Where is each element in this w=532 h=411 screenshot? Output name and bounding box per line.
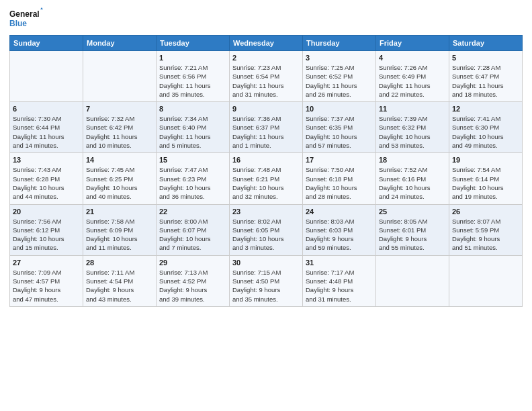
day-number: 27 bbox=[13, 259, 80, 267]
day-header-sunday: Sunday bbox=[10, 36, 83, 51]
day-number: 23 bbox=[232, 208, 300, 216]
calendar-cell: 25Sunrise: 8:05 AM Sunset: 6:01 PM Dayli… bbox=[376, 204, 449, 255]
calendar-cell bbox=[449, 255, 523, 306]
calendar-cell: 9Sunrise: 7:36 AM Sunset: 6:37 PM Daylig… bbox=[230, 102, 303, 153]
day-header-monday: Monday bbox=[83, 36, 157, 51]
calendar-cell: 23Sunrise: 8:02 AM Sunset: 6:05 PM Dayli… bbox=[230, 204, 303, 255]
day-info: Sunrise: 7:34 AM Sunset: 6:40 PM Dayligh… bbox=[159, 114, 226, 150]
calendar-cell: 11Sunrise: 7:39 AM Sunset: 6:32 PM Dayli… bbox=[376, 102, 449, 153]
day-info: Sunrise: 7:30 AM Sunset: 6:44 PM Dayligh… bbox=[13, 114, 80, 150]
day-number: 13 bbox=[13, 156, 80, 164]
header-row: SundayMondayTuesdayWednesdayThursdayFrid… bbox=[10, 36, 523, 51]
calendar-cell: 17Sunrise: 7:50 AM Sunset: 6:18 PM Dayli… bbox=[303, 153, 376, 204]
day-number: 3 bbox=[306, 54, 373, 62]
calendar-cell: 22Sunrise: 8:00 AM Sunset: 6:07 PM Dayli… bbox=[157, 204, 230, 255]
day-number: 7 bbox=[86, 105, 153, 113]
logo: General Blue bbox=[9, 7, 43, 31]
day-info: Sunrise: 7:45 AM Sunset: 6:25 PM Dayligh… bbox=[86, 165, 153, 201]
day-info: Sunrise: 8:03 AM Sunset: 6:03 PM Dayligh… bbox=[306, 217, 373, 253]
week-row-2: 6Sunrise: 7:30 AM Sunset: 6:44 PM Daylig… bbox=[10, 102, 523, 153]
day-info: Sunrise: 7:52 AM Sunset: 6:16 PM Dayligh… bbox=[379, 165, 446, 201]
day-number: 31 bbox=[306, 259, 373, 267]
day-number: 18 bbox=[379, 156, 446, 164]
day-info: Sunrise: 7:43 AM Sunset: 6:28 PM Dayligh… bbox=[13, 165, 80, 201]
svg-text:General: General bbox=[9, 9, 40, 19]
logo-svg: General Blue bbox=[9, 7, 43, 31]
day-number: 19 bbox=[452, 156, 519, 164]
calendar-cell: 19Sunrise: 7:54 AM Sunset: 6:14 PM Dayli… bbox=[449, 153, 523, 204]
calendar-cell: 1Sunrise: 7:21 AM Sunset: 6:56 PM Daylig… bbox=[157, 51, 230, 102]
day-number: 25 bbox=[379, 208, 446, 216]
day-info: Sunrise: 7:54 AM Sunset: 6:14 PM Dayligh… bbox=[452, 165, 519, 201]
day-info: Sunrise: 7:41 AM Sunset: 6:30 PM Dayligh… bbox=[452, 114, 519, 150]
day-number: 9 bbox=[232, 105, 300, 113]
calendar-cell: 28Sunrise: 7:11 AM Sunset: 4:54 PM Dayli… bbox=[83, 255, 157, 306]
day-info: Sunrise: 7:09 AM Sunset: 4:57 PM Dayligh… bbox=[13, 268, 80, 304]
day-header-thursday: Thursday bbox=[303, 36, 376, 51]
day-info: Sunrise: 7:47 AM Sunset: 6:23 PM Dayligh… bbox=[159, 165, 226, 201]
day-info: Sunrise: 7:25 AM Sunset: 6:52 PM Dayligh… bbox=[306, 63, 373, 99]
day-info: Sunrise: 7:37 AM Sunset: 6:35 PM Dayligh… bbox=[306, 114, 373, 150]
calendar-cell: 6Sunrise: 7:30 AM Sunset: 6:44 PM Daylig… bbox=[10, 102, 83, 153]
day-info: Sunrise: 7:36 AM Sunset: 6:37 PM Dayligh… bbox=[232, 114, 300, 150]
day-info: Sunrise: 8:00 AM Sunset: 6:07 PM Dayligh… bbox=[159, 217, 226, 253]
calendar-cell: 29Sunrise: 7:13 AM Sunset: 4:52 PM Dayli… bbox=[157, 255, 230, 306]
calendar-cell: 2Sunrise: 7:23 AM Sunset: 6:54 PM Daylig… bbox=[230, 51, 303, 102]
calendar-cell: 30Sunrise: 7:15 AM Sunset: 4:50 PM Dayli… bbox=[230, 255, 303, 306]
day-number: 5 bbox=[452, 54, 519, 62]
day-info: Sunrise: 7:28 AM Sunset: 6:47 PM Dayligh… bbox=[452, 63, 519, 99]
calendar-cell: 15Sunrise: 7:47 AM Sunset: 6:23 PM Dayli… bbox=[157, 153, 230, 204]
calendar-cell: 27Sunrise: 7:09 AM Sunset: 4:57 PM Dayli… bbox=[10, 255, 83, 306]
day-number: 1 bbox=[159, 54, 226, 62]
day-number: 20 bbox=[13, 208, 80, 216]
day-info: Sunrise: 8:02 AM Sunset: 6:05 PM Dayligh… bbox=[232, 217, 300, 253]
week-row-3: 13Sunrise: 7:43 AM Sunset: 6:28 PM Dayli… bbox=[10, 153, 523, 204]
day-number: 30 bbox=[232, 259, 300, 267]
day-number: 11 bbox=[379, 105, 446, 113]
day-number: 2 bbox=[232, 54, 300, 62]
day-info: Sunrise: 7:32 AM Sunset: 6:42 PM Dayligh… bbox=[86, 114, 153, 150]
day-header-wednesday: Wednesday bbox=[230, 36, 303, 51]
svg-text:Blue: Blue bbox=[9, 19, 27, 28]
calendar-cell: 7Sunrise: 7:32 AM Sunset: 6:42 PM Daylig… bbox=[83, 102, 157, 153]
calendar-table: SundayMondayTuesdayWednesdayThursdayFrid… bbox=[9, 35, 523, 307]
day-number: 14 bbox=[86, 156, 153, 164]
day-number: 26 bbox=[452, 208, 519, 216]
calendar-cell: 5Sunrise: 7:28 AM Sunset: 6:47 PM Daylig… bbox=[449, 51, 523, 102]
calendar-cell: 12Sunrise: 7:41 AM Sunset: 6:30 PM Dayli… bbox=[449, 102, 523, 153]
calendar-cell: 10Sunrise: 7:37 AM Sunset: 6:35 PM Dayli… bbox=[303, 102, 376, 153]
day-info: Sunrise: 8:07 AM Sunset: 5:59 PM Dayligh… bbox=[452, 217, 519, 253]
day-number: 6 bbox=[13, 105, 80, 113]
day-info: Sunrise: 7:26 AM Sunset: 6:49 PM Dayligh… bbox=[379, 63, 446, 99]
day-info: Sunrise: 7:15 AM Sunset: 4:50 PM Dayligh… bbox=[232, 268, 300, 304]
week-row-1: 1Sunrise: 7:21 AM Sunset: 6:56 PM Daylig… bbox=[10, 51, 523, 102]
calendar-cell: 13Sunrise: 7:43 AM Sunset: 6:28 PM Dayli… bbox=[10, 153, 83, 204]
day-info: Sunrise: 7:13 AM Sunset: 4:52 PM Dayligh… bbox=[159, 268, 226, 304]
day-info: Sunrise: 8:05 AM Sunset: 6:01 PM Dayligh… bbox=[379, 217, 446, 253]
calendar-cell: 26Sunrise: 8:07 AM Sunset: 5:59 PM Dayli… bbox=[449, 204, 523, 255]
day-number: 17 bbox=[306, 156, 373, 164]
calendar-cell bbox=[10, 51, 83, 102]
day-info: Sunrise: 7:21 AM Sunset: 6:56 PM Dayligh… bbox=[159, 63, 226, 99]
day-number: 21 bbox=[86, 208, 153, 216]
page: General Blue SundayMondayTuesdayWednesda… bbox=[0, 0, 532, 411]
calendar-cell: 20Sunrise: 7:56 AM Sunset: 6:12 PM Dayli… bbox=[10, 204, 83, 255]
svg-marker-2 bbox=[40, 7, 43, 9]
calendar-cell: 31Sunrise: 7:17 AM Sunset: 4:48 PM Dayli… bbox=[303, 255, 376, 306]
day-info: Sunrise: 7:11 AM Sunset: 4:54 PM Dayligh… bbox=[86, 268, 153, 304]
calendar-cell: 3Sunrise: 7:25 AM Sunset: 6:52 PM Daylig… bbox=[303, 51, 376, 102]
day-info: Sunrise: 7:58 AM Sunset: 6:09 PM Dayligh… bbox=[86, 217, 153, 253]
day-header-saturday: Saturday bbox=[449, 36, 523, 51]
day-info: Sunrise: 7:56 AM Sunset: 6:12 PM Dayligh… bbox=[13, 217, 80, 253]
day-header-tuesday: Tuesday bbox=[157, 36, 230, 51]
day-info: Sunrise: 7:17 AM Sunset: 4:48 PM Dayligh… bbox=[306, 268, 373, 304]
day-number: 10 bbox=[306, 105, 373, 113]
calendar-cell: 8Sunrise: 7:34 AM Sunset: 6:40 PM Daylig… bbox=[157, 102, 230, 153]
calendar-cell: 4Sunrise: 7:26 AM Sunset: 6:49 PM Daylig… bbox=[376, 51, 449, 102]
week-row-4: 20Sunrise: 7:56 AM Sunset: 6:12 PM Dayli… bbox=[10, 204, 523, 255]
week-row-5: 27Sunrise: 7:09 AM Sunset: 4:57 PM Dayli… bbox=[10, 255, 523, 306]
calendar-cell: 21Sunrise: 7:58 AM Sunset: 6:09 PM Dayli… bbox=[83, 204, 157, 255]
day-number: 16 bbox=[232, 156, 300, 164]
calendar-cell bbox=[376, 255, 449, 306]
header: General Blue bbox=[9, 7, 523, 31]
